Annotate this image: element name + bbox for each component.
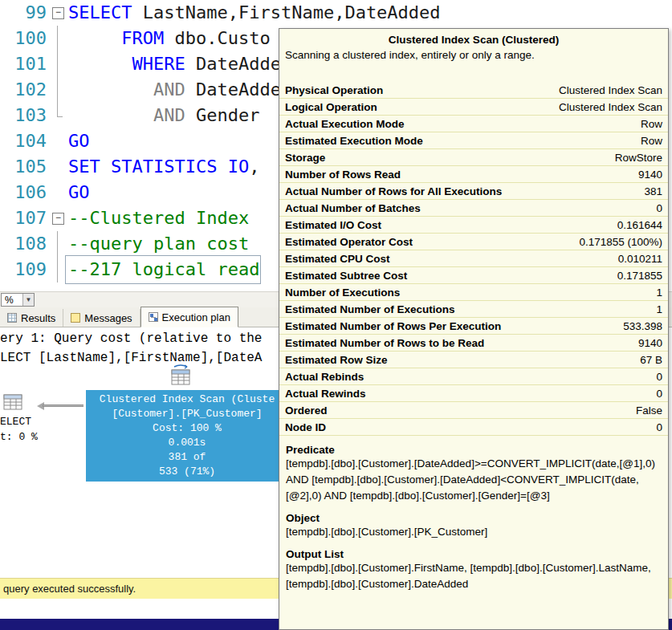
- code-text: AND DateAdde: [67, 77, 281, 103]
- chevron-down-icon[interactable]: [22, 294, 34, 306]
- tooltip-row: Estimated Number of Rows Per Execution53…: [279, 318, 668, 335]
- tooltip-row-value: 0.010211: [618, 253, 662, 265]
- tooltip-row-label: Estimated Operator Cost: [285, 236, 413, 248]
- tooltip-section-heading: Output List: [286, 548, 662, 560]
- tooltip-row-value: 67 B: [640, 354, 662, 366]
- tooltip-row-value: 9140: [638, 169, 662, 181]
- line-number: 99: [0, 0, 51, 26]
- tooltip-row-label: Number of Rows Read: [285, 169, 401, 181]
- code-text: WHERE DateAdde: [67, 51, 281, 77]
- tooltip-row-label: Estimated Row Size: [285, 354, 388, 366]
- tooltip-section-heading: Object: [286, 512, 662, 524]
- fold-gutter: [51, 180, 67, 205]
- clustered-index-scan-icon[interactable]: [169, 364, 192, 391]
- editor-line[interactable]: 99SELECT LastName,FirstName,DateAdded: [0, 0, 672, 26]
- tab-messages[interactable]: Messages: [63, 309, 140, 327]
- tooltip-row: Node ID0: [279, 419, 668, 436]
- tooltip-row-value: 0: [656, 371, 662, 383]
- tab-label: Execution plan: [162, 311, 230, 323]
- tooltip-row: OrderedFalse: [279, 402, 668, 419]
- minus-fold-icon[interactable]: [52, 7, 64, 19]
- tooltip-row-value: 381: [644, 185, 662, 197]
- tooltip-row-value: 0.171855 (100%): [579, 236, 662, 248]
- fold-gutter: [51, 51, 67, 77]
- code-text: SELECT LastName,FirstName,DateAdded: [67, 0, 441, 26]
- tooltip-row: Actual Rewinds0: [279, 385, 668, 402]
- tooltip-row: Actual Execution ModeRow: [279, 116, 668, 132]
- tab-execution-plan[interactable]: Execution plan: [141, 307, 238, 327]
- tooltip-row-label: Node ID: [285, 421, 326, 433]
- tooltip-row: Estimated Number of Executions1: [279, 301, 668, 318]
- fold-collapse-icon[interactable]: [51, 205, 67, 231]
- tooltip-row: Number of Executions1: [279, 284, 668, 301]
- tooltip-row: Logical OperationClustered Index Scan: [279, 99, 668, 116]
- select-operator-icon[interactable]: [2, 391, 24, 417]
- tooltip-row-value: 1: [656, 303, 662, 315]
- tooltip-row-label: Estimated Number of Rows Per Execution: [285, 320, 501, 332]
- select-node-label: ELECT: [0, 416, 31, 428]
- tooltip-row-label: Estimated Number of Executions: [285, 303, 455, 315]
- line-number: 109: [0, 257, 51, 282]
- tooltip-row: Estimated Operator Cost0.171855 (100%): [279, 234, 668, 250]
- tooltip-row: Number of Rows Read9140: [279, 166, 668, 183]
- fold-gutter: [51, 77, 67, 103]
- tooltip-subtitle: Scanning a clustered index, entirely or …: [285, 49, 662, 61]
- zoom-value: %: [2, 295, 22, 306]
- tooltip-row-label: Estimated I/O Cost: [285, 219, 381, 231]
- tooltip-properties: Physical OperationClustered Index ScanLo…: [279, 82, 668, 436]
- clustered-index-scan-node[interactable]: Clustered Index Scan (Cluste[Customer].[…: [86, 390, 288, 482]
- status-text: query executed successfully.: [3, 583, 136, 595]
- plan-query-text: LECT [LastName],[FirstName],[DateA: [0, 351, 262, 365]
- tooltip-section-text: [tempdb].[dbo].[Customer].FirstName, [te…: [286, 560, 662, 592]
- tab-label: Results: [21, 312, 55, 324]
- fold-gutter: [51, 26, 67, 51]
- code-text: FROM dbo.Custo: [67, 26, 271, 51]
- line-number: 103: [0, 103, 51, 128]
- tooltip-row: Estimated CPU Cost0.010211: [279, 250, 668, 267]
- tooltip-row: StorageRowStore: [279, 149, 668, 166]
- code-text: AND Gender: [67, 103, 259, 128]
- tooltip-row-label: Actual Number of Rows for All Executions: [285, 185, 502, 197]
- tooltip-row: Estimated I/O Cost0.161644: [279, 217, 668, 234]
- line-number: 106: [0, 180, 51, 205]
- tooltip-row-label: Physical Operation: [285, 84, 383, 96]
- scan-node-line: Clustered Index Scan (Cluste: [86, 392, 288, 407]
- scan-node-line: [Customer].[PK_Customer]: [86, 407, 288, 421]
- tooltip-row-value: Clustered Index Scan: [559, 84, 662, 96]
- fold-collapse-icon[interactable]: [51, 0, 67, 26]
- code-text: SET STATISTICS IO,: [67, 154, 259, 180]
- ssms-window: 99SELECT LastName,FirstName,DateAdded100…: [0, 0, 672, 630]
- code-text: GO: [67, 128, 90, 154]
- tooltip-row: Estimated Execution ModeRow: [279, 132, 668, 149]
- line-number: 102: [0, 77, 51, 103]
- tooltip-row: Estimated Row Size67 B: [279, 352, 668, 368]
- zoom-select[interactable]: %: [1, 293, 35, 307]
- tooltip-row: Estimated Subtree Cost0.171855: [279, 267, 668, 284]
- tooltip-section-text: [tempdb].[dbo].[Customer].[PK_Customer]: [286, 524, 662, 540]
- code-text: --217 logical read: [67, 257, 259, 282]
- line-number: 108: [0, 231, 51, 257]
- tab-results[interactable]: Results: [0, 309, 63, 327]
- tooltip-row: Estimated Number of Rows to be Read9140: [279, 335, 668, 352]
- tooltip-title: Clustered Index Scan (Clustered): [279, 34, 668, 46]
- tooltip-row-value: 0: [656, 421, 662, 433]
- execution-plan-icon: [149, 312, 158, 322]
- line-number: 105: [0, 154, 51, 180]
- line-number: 104: [0, 128, 51, 154]
- tooltip-row-value: Clustered Index Scan: [559, 101, 662, 113]
- tooltip-row-value: 1: [656, 287, 662, 299]
- tooltip-row-label: Number of Executions: [285, 287, 400, 299]
- tooltip-row-value: Row: [641, 118, 662, 130]
- fold-gutter: [51, 257, 67, 282]
- tooltip-row-value: Row: [641, 135, 662, 147]
- tooltip-row-label: Storage: [285, 152, 325, 164]
- tooltip-row: Actual Number of Rows for All Executions…: [279, 183, 668, 200]
- minus-fold-icon[interactable]: [52, 213, 64, 225]
- tooltip-row: Physical OperationClustered Index Scan: [279, 82, 668, 99]
- scan-node-line: 533 (71%): [86, 465, 288, 479]
- line-number: 100: [0, 26, 51, 51]
- code-text: --query plan cost: [67, 231, 249, 257]
- select-node-cost: t: 0 %: [0, 431, 38, 443]
- plan-arrow[interactable]: [37, 402, 83, 410]
- tooltip-row-value: 0.161644: [617, 219, 662, 231]
